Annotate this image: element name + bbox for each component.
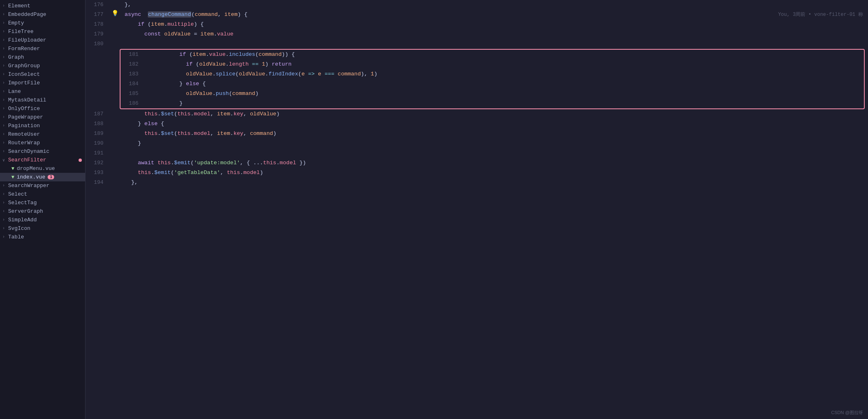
chevron-right-icon: › <box>2 21 8 25</box>
code-line-194: 194 }, <box>85 178 868 187</box>
line-number: 176 <box>85 0 110 10</box>
sidebar-item-label: SelectTag <box>8 200 82 206</box>
code-line-183: 183 oldValue.splice(oldValue.findIndex(e… <box>121 69 864 79</box>
sidebar-item-routerwrap[interactable]: › RouterWrap <box>0 139 85 147</box>
chevron-right-icon: › <box>2 149 8 154</box>
line-number: 188 <box>85 119 110 129</box>
sidebar-item-empty[interactable]: › Empty <box>0 19 85 27</box>
file-name: dropMenu.vue <box>17 165 55 172</box>
line-number: 183 <box>121 69 145 79</box>
line-number: 189 <box>85 129 110 139</box>
line-number: 179 <box>85 29 110 39</box>
sidebar-item-graphgroup[interactable]: › GraphGroup <box>0 62 85 70</box>
sidebar-item-label: Graph <box>8 54 82 60</box>
code-line-178: 178 if (item.multiple) { <box>85 20 868 29</box>
sidebar-item-label: Table <box>8 234 82 240</box>
line-number: 194 <box>85 178 110 187</box>
sidebar-item-index-vue[interactable]: ▼ index.vue 1 <box>0 173 85 181</box>
line-code: await this.$emit('update:model', { ...th… <box>120 158 868 168</box>
line-number: 181 <box>121 50 145 60</box>
sidebar-item-servergraph[interactable]: › ServerGraph <box>0 207 85 216</box>
line-number: 180 <box>85 39 110 49</box>
line-code: } <box>120 139 868 148</box>
sidebar-item-embeddedpage[interactable]: › EmbeddedPage <box>0 10 85 19</box>
sidebar-item-searchdynamic[interactable]: › SearchDynamic <box>0 147 85 156</box>
sidebar-item-label: RemoteUser <box>8 131 82 137</box>
code-line-181: 181 if (item.value.includes(command)) { <box>121 50 864 60</box>
sidebar-item-fileuploader[interactable]: › FileUploader <box>0 36 85 44</box>
chevron-right-icon: › <box>2 218 8 222</box>
code-line-191: 191 <box>85 148 868 158</box>
code-line-179: 179 const oldValue = item.value <box>85 29 868 39</box>
sidebar-item-graph[interactable]: › Graph <box>0 53 85 62</box>
chevron-right-icon: › <box>2 235 8 239</box>
sidebar-item-filetree[interactable]: › FileTree <box>0 27 85 36</box>
sidebar-item-searchfilter[interactable]: ∨ SearchFilter <box>0 156 85 164</box>
sidebar-item-label: SearchWrapper <box>8 183 82 189</box>
code-line-188: 188 } else { <box>85 119 868 129</box>
sidebar-item-iconselect[interactable]: › IconSelect <box>0 70 85 79</box>
sidebar-item-searchwrapper[interactable]: › SearchWrapper <box>0 181 85 190</box>
sidebar-item-mytaskdetail[interactable]: › MytaskDetail <box>0 96 85 104</box>
sidebar-item-label: SimpleAdd <box>8 217 82 223</box>
sidebar-item-element[interactable]: › Element <box>0 2 85 10</box>
chevron-right-icon: › <box>2 12 8 17</box>
chevron-right-icon: › <box>2 72 8 77</box>
line-code: this.$emit('getTableData', this.model) <box>120 168 868 178</box>
sidebar-item-selecttag[interactable]: › SelectTag <box>0 198 85 207</box>
chevron-right-icon: › <box>2 106 8 111</box>
sidebar-item-table[interactable]: › Table <box>0 233 85 241</box>
highlighted-block: 181 if (item.value.includes(command)) { … <box>85 49 868 109</box>
chevron-right-icon: › <box>2 183 8 188</box>
line-code: const oldValue = item.value <box>120 29 868 39</box>
line-code: this.$set(this.model, item.key, oldValue… <box>120 109 868 119</box>
sidebar-item-onlyoffice[interactable]: › OnlyOffice <box>0 104 85 113</box>
chevron-right-icon: › <box>2 89 8 94</box>
sidebar-item-pagewrapper[interactable]: › PageWrapper <box>0 113 85 121</box>
line-code: } <box>155 99 864 108</box>
file-name: index.vue <box>17 174 45 180</box>
code-editor[interactable]: 176 }, 177 💡 async changeCommand(command… <box>85 0 868 419</box>
sidebar-item-label: FileTree <box>8 29 82 35</box>
sidebar-item-pagination[interactable]: › Pagination <box>0 121 85 130</box>
code-line-187: 187 this.$set(this.model, item.key, oldV… <box>85 109 868 119</box>
line-number: 191 <box>85 148 110 158</box>
line-number: 192 <box>85 158 110 168</box>
sidebar-item-formrender[interactable]: › FormRender <box>0 44 85 53</box>
code-line-190: 190 } <box>85 139 868 148</box>
file-tree-sidebar[interactable]: › Element › EmbeddedPage › Empty › FileT… <box>0 0 85 419</box>
sidebar-item-label: RouterWrap <box>8 140 82 146</box>
sidebar-item-label: Element <box>8 3 82 9</box>
sidebar-item-label: Pagination <box>8 123 82 129</box>
sidebar-item-lane[interactable]: › Lane <box>0 87 85 96</box>
line-number: 186 <box>121 99 145 108</box>
sidebar-item-importfile[interactable]: › ImportFile <box>0 79 85 87</box>
sidebar-item-svgicon[interactable]: › SvgIcon <box>0 224 85 233</box>
code-line-192: 192 await this.$emit('update:model', { .… <box>85 158 868 168</box>
chevron-right-icon: › <box>2 38 8 42</box>
code-line-185: 185 oldValue.push(command) <box>121 89 864 99</box>
chevron-right-icon: › <box>2 29 8 34</box>
chevron-right-icon: › <box>2 64 8 68</box>
change-badge: 1 <box>48 175 54 179</box>
chevron-right-icon: › <box>2 123 8 128</box>
line-number: 177 <box>85 10 110 20</box>
line-code: if (item.value.includes(command)) { <box>155 50 864 60</box>
line-number: 178 <box>85 20 110 29</box>
code-line-189: 189 this.$set(this.model, item.key, comm… <box>85 129 868 139</box>
line-code: } else { <box>120 119 868 129</box>
line-code: oldValue.push(command) <box>155 89 864 99</box>
sidebar-item-simpleadd[interactable]: › SimpleAdd <box>0 216 85 224</box>
editor-content: 176 }, 177 💡 async changeCommand(command… <box>85 0 868 187</box>
sidebar-item-dropmenu-vue[interactable]: ▼ dropMenu.vue <box>0 164 85 173</box>
chevron-right-icon: › <box>2 98 8 102</box>
vue-file-icon: ▼ <box>11 174 14 180</box>
sidebar-item-select[interactable]: › Select <box>0 190 85 198</box>
sidebar-item-label: MytaskDetail <box>8 97 82 103</box>
chevron-right-icon: › <box>2 46 8 51</box>
chevron-right-icon: › <box>2 226 8 231</box>
sidebar-item-remoteuser[interactable]: › RemoteUser <box>0 130 85 139</box>
code-line-184: 184 } else { <box>121 79 864 89</box>
line-code: async changeCommand(command, item) { <box>120 10 773 20</box>
sidebar-item-label: FormRender <box>8 46 82 52</box>
